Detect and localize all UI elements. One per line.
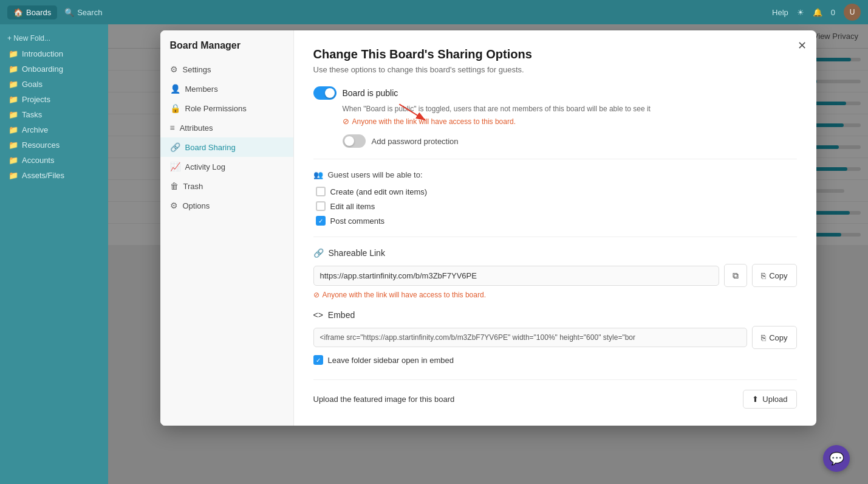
sidebar-item-resources[interactable]: 📁 Resources — [0, 137, 108, 153]
notification-count: 0 — [831, 8, 835, 17]
nav-item-role-permissions[interactable]: 🔒 Role Permissions — [160, 99, 293, 118]
sidebar-item-onboarding[interactable]: 📁 Onboarding — [0, 61, 108, 77]
modal-sidebar: Board Manager ⚙ Settings 👤 Members 🔒 Rol… — [160, 30, 294, 426]
embed-sidebar-checkbox[interactable]: ✓ — [313, 355, 323, 365]
sidebar-item-introduction[interactable]: 📁 Introduction — [0, 46, 108, 61]
boards-button[interactable]: 🏠 Boards — [7, 5, 57, 19]
link-warning: ⊘ Anyone with the link will have access … — [313, 291, 797, 299]
folder-icon: 📁 — [9, 95, 18, 104]
folder-icon: 📁 — [9, 64, 18, 74]
close-button[interactable]: ✕ — [798, 39, 807, 52]
sun-icon: ☀ — [797, 8, 804, 17]
board-public-label: Board is public — [343, 88, 398, 98]
share-icon: 🔗 — [170, 142, 180, 152]
nav-item-attributes[interactable]: ≡ Attributes — [160, 118, 293, 137]
password-toggle[interactable] — [343, 134, 366, 148]
board-public-warning: Anyone with the link will have access to… — [352, 117, 516, 126]
help-label[interactable]: Help — [772, 8, 788, 17]
members-icon: 👤 — [170, 84, 180, 94]
code-icon: <> — [313, 310, 323, 320]
copy-icon: ⎘ — [761, 271, 766, 280]
comments-label: Post comments — [330, 216, 385, 226]
copy-embed-icon: ⎘ — [761, 333, 766, 342]
divider — [313, 159, 797, 159]
topbar: 🏠 Boards 🔍 Search Help ☀ 🔔 0 U — [0, 0, 868, 24]
folder-icon: 📁 — [9, 140, 18, 150]
create-checkbox[interactable] — [316, 187, 326, 196]
upload-icon: ⬆ — [752, 395, 759, 404]
board-public-warning-row: ⊘ Anyone with the link will have access … — [343, 117, 797, 126]
comments-checkbox[interactable]: ✓ — [316, 216, 326, 226]
folder-icon: 📁 — [9, 49, 18, 58]
activity-icon: 📈 — [170, 162, 180, 171]
board-public-toggle-row: Board is public — [313, 86, 797, 100]
folder-icon: 📁 — [9, 171, 18, 180]
edit-checkbox[interactable] — [316, 201, 326, 211]
modal-content: ✕ Change This Board's Sharing Options Us… — [294, 30, 816, 426]
topbar-right: Help ☀ 🔔 0 U — [772, 4, 861, 21]
left-sidebar: + New Fold... 📁 Introduction 📁 Onboardin… — [0, 24, 108, 484]
permission-create: Create (and edit own items) — [316, 187, 797, 196]
main-layout: + New Fold... 📁 Introduction 📁 Onboardin… — [0, 24, 868, 484]
search-icon: 🔍 — [64, 8, 74, 17]
folder-icon: 📁 — [9, 156, 18, 165]
content-area: 👁 View Privacy 0 0 — [108, 24, 868, 484]
sidebar-item-archive[interactable]: 📁 Archive — [0, 122, 108, 137]
bell-icon: 🔔 — [813, 8, 822, 17]
avatar[interactable]: U — [844, 4, 861, 21]
shareable-link-row: ⧉ ⎘ Copy — [313, 264, 797, 287]
nav-item-members[interactable]: 👤 Members — [160, 79, 293, 99]
new-folder-button[interactable]: + New Fold... — [0, 30, 108, 46]
create-label: Create (and edit own items) — [330, 187, 428, 196]
search-button[interactable]: 🔍 Search — [64, 8, 102, 17]
nav-item-options[interactable]: ⚙ Options — [160, 196, 293, 215]
list-icon: ≡ — [170, 123, 175, 133]
nav-item-trash[interactable]: 🗑 Trash — [160, 176, 293, 196]
copy-embed-button[interactable]: ⎘ Copy — [752, 326, 796, 349]
embed-sidebar-label: Leave folder sidebar open in embed — [328, 356, 454, 365]
embed-input[interactable] — [313, 328, 748, 347]
warning-icon-2: ⊘ — [313, 291, 320, 299]
edit-label: Edit all items — [330, 202, 375, 211]
modal-subtitle: Use these options to change this board's… — [313, 65, 797, 74]
divider-2 — [313, 237, 797, 237]
upload-section: Upload the featured image for this board… — [313, 379, 797, 409]
external-link-icon: ⧉ — [733, 271, 739, 281]
lock-icon: 🔒 — [170, 103, 180, 113]
guest-section-header: 👥 Guest users will be able to: — [313, 170, 797, 179]
nav-item-settings[interactable]: ⚙ Settings — [160, 60, 293, 79]
embed-sidebar-row: ✓ Leave folder sidebar open in embed — [313, 355, 797, 365]
modal-title: Change This Board's Sharing Options — [313, 47, 797, 61]
upload-button[interactable]: ⬆ Upload — [743, 390, 796, 409]
shareable-link-header: 🔗 Shareable Link — [313, 248, 797, 258]
chat-bubble[interactable]: 💬 — [823, 445, 850, 472]
board-public-toggle[interactable] — [313, 86, 337, 100]
nav-item-board-sharing[interactable]: 🔗 Board Sharing — [160, 137, 293, 157]
sidebar-item-projects[interactable]: 📁 Projects — [0, 92, 108, 107]
open-external-button[interactable]: ⧉ — [724, 264, 747, 287]
sidebar-item-goals[interactable]: 📁 Goals — [0, 77, 108, 92]
sidebar-item-accounts[interactable]: 📁 Accounts — [0, 153, 108, 168]
trash-icon: 🗑 — [170, 181, 179, 191]
settings-icon: ⚙ — [170, 64, 178, 74]
folder-icon: 📁 — [9, 110, 18, 119]
permission-edit: Edit all items — [316, 201, 797, 211]
copy-link-button[interactable]: ⎘ Copy — [752, 264, 796, 287]
password-protection-row: Add password protection — [343, 134, 797, 148]
board-manager-modal: Board Manager ⚙ Settings 👤 Members 🔒 Rol… — [160, 30, 816, 426]
sidebar-item-tasks[interactable]: 📁 Tasks — [0, 107, 108, 122]
folder-icon: 📁 — [9, 125, 18, 134]
permission-comments: ✓ Post comments — [316, 216, 797, 226]
password-label: Add password protection — [372, 137, 459, 146]
modal-overlay: Board Manager ⚙ Settings 👤 Members 🔒 Rol… — [108, 24, 868, 484]
embed-header: <> Embed — [313, 310, 797, 320]
shareable-link-input[interactable] — [313, 266, 720, 286]
board-manager-title: Board Manager — [160, 40, 293, 60]
sidebar-item-assets-files[interactable]: 📁 Assets/Files — [0, 168, 108, 183]
nav-item-activity-log[interactable]: 📈 Activity Log — [160, 157, 293, 176]
board-public-description: When "Board is public" is toggled, users… — [343, 105, 797, 113]
warning-icon: ⊘ — [343, 117, 349, 126]
boards-icon: 🏠 — [13, 8, 23, 17]
embed-row: ⎘ Copy — [313, 326, 797, 349]
toggle-knob — [344, 136, 354, 146]
